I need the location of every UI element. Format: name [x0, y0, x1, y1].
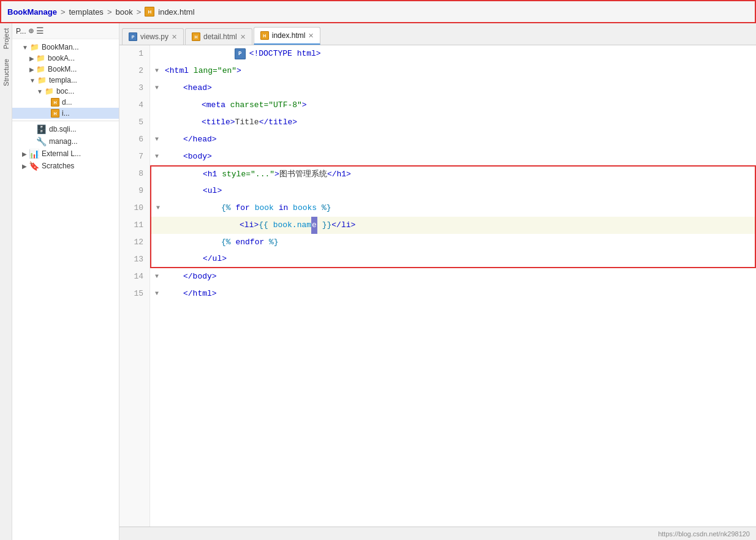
code-text-9: <ul>	[203, 182, 222, 200]
code-text-11f: </li>	[331, 217, 355, 234]
fold-3[interactable]: ▼	[155, 80, 164, 97]
code-text-5c: </title>	[259, 114, 297, 131]
folder-icon-bookmanage: 📁	[30, 43, 39, 51]
breadcrumb-sep3: >	[137, 7, 142, 17]
tab-label-views: views.py	[140, 32, 168, 41]
code-line-3: ▼ <head>	[150, 80, 756, 97]
file-tree: P... ⊕ ☰ ▼ 📁 BookMan... ▶ 📁 bookA... ▶ 📁…	[12, 23, 119, 540]
tree-item-booka[interactable]: ▶ 📁 bookA...	[12, 53, 119, 64]
breadcrumb-project[interactable]: BookManage	[7, 7, 57, 17]
status-url: https://blog.csdn.net/nk298120	[658, 530, 750, 538]
arrow-external: ▶	[22, 151, 27, 157]
code-line-11: ▼ <li>{{ book.name }}</li>	[150, 217, 756, 234]
structure-label[interactable]: Structure	[1, 54, 11, 91]
list-icon[interactable]: ☰	[36, 26, 44, 36]
fold-15[interactable]: ▼	[155, 285, 164, 302]
tree-item-manage[interactable]: ▶ 🔧 manag...	[12, 135, 119, 148]
code-text-11d: nam	[297, 217, 311, 234]
code-text-10c: book	[255, 200, 274, 217]
file-tree-toolbar: P... ⊕ ☰	[12, 23, 119, 39]
code-text-11b: {{	[259, 217, 268, 234]
folder-icon-booka: 📁	[36, 54, 45, 62]
tree-item-templates[interactable]: ▼ 📁 templa...	[12, 75, 119, 86]
editor-area: P views.py ✕ H detail.html ✕ H index.htm…	[119, 23, 756, 540]
code-text-3: <head>	[183, 80, 212, 97]
status-bar: https://blog.csdn.net/nk298120	[119, 527, 756, 540]
tabs-bar: P views.py ✕ H detail.html ✕ H index.htm…	[119, 23, 756, 45]
code-text-10d: in	[279, 200, 289, 217]
code-text-12c: %}	[269, 234, 279, 251]
tree-label-book: boc...	[56, 87, 74, 96]
line-num-11: 11	[119, 217, 149, 234]
code-text-8d: >	[274, 166, 279, 183]
tree-divider1	[12, 121, 119, 121]
add-icon[interactable]: ⊕	[28, 26, 33, 36]
tab-detail[interactable]: H detail.html ✕	[185, 28, 252, 45]
code-text-11a: <li>	[240, 217, 259, 234]
code-text-12b: endfor	[235, 234, 264, 251]
line-num-5: 5	[119, 114, 149, 131]
arrow-bookmanage: ▼	[22, 44, 28, 51]
code-text-2a: <html	[165, 62, 189, 80]
py-icon-views: P	[129, 32, 137, 41]
code-text-6: </head>	[183, 131, 217, 148]
fold-14[interactable]: ▼	[155, 268, 164, 285]
line-num-2: 2	[119, 62, 149, 80]
tree-item-bookmanage[interactable]: ▼ 📁 BookMan...	[12, 42, 119, 53]
tab-views[interactable]: P views.py ✕	[122, 28, 184, 45]
line-num-8: 8	[119, 165, 149, 182]
code-text-14: </body>	[183, 268, 217, 285]
code-text-4a: <meta	[202, 97, 225, 114]
code-line-15: ▼ </html>	[150, 285, 756, 302]
fold-2[interactable]: ▼	[155, 62, 164, 80]
tree-item-book[interactable]: ▼ 📁 boc...	[12, 86, 119, 97]
line-num-7: 7	[119, 148, 149, 165]
code-text-12a: {%	[221, 234, 231, 251]
code-line-12: ▼ {% endfor %}	[150, 234, 756, 251]
code-text-2b: lang=	[194, 62, 217, 80]
line-num-14: 14	[119, 268, 149, 285]
code-content: ▼ P <!DOCTYPE html> ▼ <html lang="en" >	[150, 45, 756, 527]
tree-item-detail-html[interactable]: ▶ H d...	[12, 97, 119, 108]
code-editor[interactable]: 1 2 3 4 5 6 7 8 9 10 11 12 13 14 15 ▼	[119, 45, 756, 527]
html-icon-tab-detail: H	[192, 32, 200, 41]
fold-7[interactable]: ▼	[155, 148, 164, 165]
scratches-icon: 🔖	[29, 161, 39, 171]
code-line-14: ▼ </body>	[150, 268, 756, 285]
code-text-11e: }}	[322, 217, 332, 234]
html-icon-detail: H	[51, 98, 59, 107]
code-text-4d: >	[302, 97, 307, 114]
fold-6[interactable]: ▼	[155, 131, 164, 148]
project-label[interactable]: Project	[1, 23, 11, 54]
tree-label-db: db.sqli...	[49, 125, 77, 133]
fold-10[interactable]: ▼	[156, 200, 165, 217]
folder-icon-templates: 📁	[37, 76, 47, 84]
tree-item-db[interactable]: ▶ 🗄️ db.sqli...	[12, 123, 119, 135]
tree-label-external: External L...	[42, 149, 81, 158]
html-icon-tab-index: H	[260, 31, 269, 40]
line-num-6: 6	[119, 131, 149, 148]
breadcrumb-part1: templates	[69, 7, 104, 17]
code-text-2c: "en"	[217, 62, 236, 80]
sidebar-labels: Project Structure	[0, 23, 12, 540]
code-line-1: ▼ P <!DOCTYPE html>	[150, 45, 756, 62]
code-cursor: e	[311, 217, 317, 234]
line-num-1: 1	[119, 45, 149, 62]
folder-icon-book: 📁	[45, 87, 54, 96]
tab-index[interactable]: H index.html ✕	[254, 27, 321, 45]
tab-close-index[interactable]: ✕	[308, 32, 314, 40]
tree-label-detail-html: d...	[62, 98, 72, 107]
breadcrumb-file: index.html	[158, 7, 194, 17]
tree-item-bookm[interactable]: ▶ 📁 BookM...	[12, 64, 119, 75]
tree-item-scratches[interactable]: ▶ 🔖 Scratches	[12, 160, 119, 172]
tree-item-external[interactable]: ▶ 📊 External L...	[12, 148, 119, 160]
tree-item-index-html[interactable]: ▶ H i...	[12, 108, 119, 119]
code-text-13: </ul>	[203, 250, 227, 268]
tab-close-detail[interactable]: ✕	[240, 33, 246, 41]
line-num-4: 4	[119, 97, 149, 114]
tab-close-views[interactable]: ✕	[172, 33, 177, 41]
tree-label-booka: bookA...	[48, 54, 75, 62]
code-line-4: ▼ <meta charset="UTF-8" >	[150, 97, 756, 114]
code-text-10f: %}	[322, 200, 331, 217]
tab-label-index: index.html	[272, 31, 306, 40]
